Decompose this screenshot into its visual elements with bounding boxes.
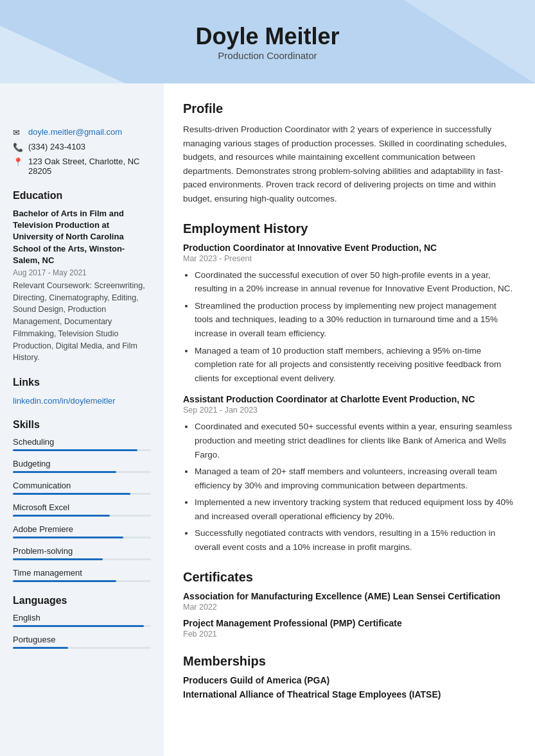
job-date: Mar 2023 - Present [183, 254, 516, 263]
main-layout: ✉ doyle.meitler@gmail.com 📞 (334) 243-41… [0, 83, 535, 756]
address-item: 📍 123 Oak Street, Charlotte, NC 28205 [13, 157, 151, 176]
education-coursework: Relevant Coursework: Screenwriting, Dire… [13, 280, 151, 364]
membership-item: Producers Guild of America (PGA) [183, 675, 516, 685]
skill-bar-fill [13, 515, 110, 517]
language-bar-fill [13, 647, 68, 649]
education-degree: Bachelor of Arts in Film and Television … [13, 208, 151, 266]
email-icon: ✉ [13, 128, 23, 137]
job-entry: Production Coordinator at Innovative Eve… [183, 243, 516, 386]
job-entry: Assistant Production Coordinator at Char… [183, 394, 516, 554]
education-dates: Aug 2017 - May 2021 [13, 268, 151, 277]
candidate-name: Doyle Meitler [195, 23, 339, 50]
employment-title: Employment History [183, 221, 516, 236]
memberships-title: Memberships [183, 654, 516, 669]
job-bullet: Streamlined the production process by im… [195, 299, 516, 341]
language-bar-bg [13, 647, 151, 649]
memberships-list: Producers Guild of America (PGA)Internat… [183, 675, 516, 700]
skill-bar-bg [13, 471, 151, 473]
cert-entry: Project Management Professional (PMP) Ce… [183, 618, 516, 639]
skill-bar-fill [13, 493, 130, 495]
skill-bar-bg [13, 515, 151, 517]
address-text: 123 Oak Street, Charlotte, NC 28205 [28, 157, 151, 176]
membership-item: International Alliance of Theatrical Sta… [183, 689, 516, 700]
language-bar-fill [13, 625, 144, 627]
memberships-section: Memberships Producers Guild of America (… [183, 654, 516, 700]
skills-section: Skills Scheduling Budgeting Communicatio… [13, 419, 151, 582]
job-title: Assistant Production Coordinator at Char… [183, 394, 516, 404]
certs-list: Association for Manufacturing Excellence… [183, 591, 516, 639]
job-bullets-list: Coordinated and executed 50+ successful … [183, 420, 516, 554]
skill-bar-fill [13, 471, 116, 473]
skill-bar-fill [13, 558, 103, 560]
jobs-list: Production Coordinator at Innovative Eve… [183, 243, 516, 554]
job-date: Sep 2021 - Jan 2023 [183, 406, 516, 415]
phone-text: (334) 243-4103 [28, 142, 85, 151]
skill-item: Adobe Premiere [13, 524, 151, 538]
skill-name: Time management [13, 568, 151, 578]
email-item: ✉ doyle.meitler@gmail.com [13, 127, 151, 137]
skill-item: Problem-solving [13, 546, 151, 560]
job-bullet: Coordinated and executed 50+ successful … [195, 420, 516, 461]
skills-list: Scheduling Budgeting Communication Micro… [13, 437, 151, 582]
language-name: Portuguese [13, 635, 151, 644]
employment-section: Employment History Production Coordinato… [183, 221, 516, 554]
contact-section: ✉ doyle.meitler@gmail.com 📞 (334) 243-41… [13, 127, 151, 176]
phone-item: 📞 (334) 243-4103 [13, 142, 151, 152]
certificates-section: Certificates Association for Manufacturi… [183, 570, 516, 639]
education-section: Education Bachelor of Arts in Film and T… [13, 190, 151, 364]
profile-title: Profile [183, 101, 516, 116]
skill-name: Problem-solving [13, 546, 151, 556]
sidebar-deco [13, 99, 151, 118]
skill-item: Microsoft Excel [13, 503, 151, 517]
profile-text: Results-driven Production Coordinator wi… [183, 123, 516, 206]
skill-bar-fill [13, 449, 137, 451]
phone-icon: 📞 [13, 142, 23, 152]
language-item: English [13, 613, 151, 627]
language-bar-bg [13, 625, 151, 627]
education-title: Education [13, 190, 151, 202]
languages-section: Languages English Portuguese [13, 595, 151, 649]
skill-bar-bg [13, 493, 151, 495]
languages-title: Languages [13, 595, 151, 606]
job-bullet: Coordinated the successful execution of … [195, 268, 516, 296]
skill-name: Adobe Premiere [13, 524, 151, 534]
skill-item: Time management [13, 568, 151, 582]
links-title: Links [13, 377, 151, 388]
job-bullet: Managed a team of 20+ staff members and … [195, 465, 516, 492]
skill-name: Microsoft Excel [13, 503, 151, 512]
job-title: Production Coordinator at Innovative Eve… [183, 243, 516, 253]
skill-bar-fill [13, 537, 123, 538]
main-content: Profile Results-driven Production Coordi… [164, 83, 535, 756]
cert-date: Feb 2021 [183, 630, 516, 639]
skill-bar-fill [13, 580, 116, 582]
skill-item: Communication [13, 481, 151, 495]
skill-bar-bg [13, 558, 151, 560]
profile-section: Profile Results-driven Production Coordi… [183, 101, 516, 206]
job-bullet: Managed a team of 10 production staff me… [195, 344, 516, 386]
cert-name: Project Management Professional (PMP) Ce… [183, 618, 516, 628]
job-bullet: Successfully negotiated contracts with v… [195, 526, 516, 554]
sidebar: ✉ doyle.meitler@gmail.com 📞 (334) 243-41… [0, 83, 164, 756]
skill-bar-bg [13, 580, 151, 582]
language-item: Portuguese [13, 635, 151, 649]
cert-entry: Association for Manufacturing Excellence… [183, 591, 516, 612]
skill-bar-bg [13, 537, 151, 538]
skill-bar-bg [13, 449, 151, 451]
location-icon: 📍 [13, 157, 23, 167]
linkedin-link[interactable]: linkedin.com/in/doylemeitler [13, 396, 116, 406]
email-link[interactable]: doyle.meitler@gmail.com [28, 127, 122, 137]
candidate-title: Production Coordinator [218, 50, 317, 61]
links-section: Links linkedin.com/in/doylemeitler [13, 377, 151, 406]
languages-list: English Portuguese [13, 613, 151, 649]
skill-name: Budgeting [13, 459, 151, 468]
job-bullet: Implemented a new inventory tracking sys… [195, 495, 516, 523]
language-name: English [13, 613, 151, 623]
skill-item: Scheduling [13, 437, 151, 451]
job-bullets-list: Coordinated the successful execution of … [183, 268, 516, 386]
cert-name: Association for Manufacturing Excellence… [183, 591, 516, 601]
certificates-title: Certificates [183, 570, 516, 585]
skill-name: Communication [13, 481, 151, 490]
skill-item: Budgeting [13, 459, 151, 473]
cert-date: Mar 2022 [183, 603, 516, 612]
skill-name: Scheduling [13, 437, 151, 447]
